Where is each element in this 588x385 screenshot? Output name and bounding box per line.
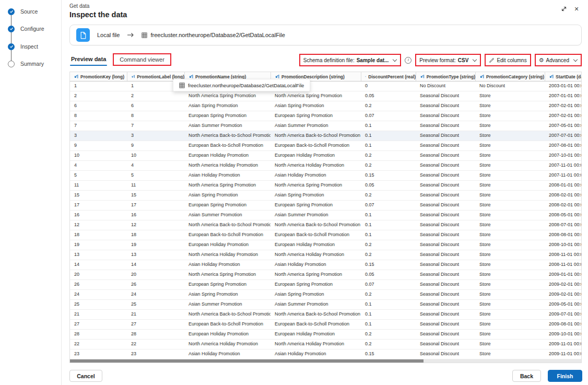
- table-cell: Store: [475, 101, 545, 111]
- stepper-connector-line: [11, 11, 11, 64]
- table-cell: Seasonal Discount: [416, 181, 475, 190]
- table-row[interactable]: 44North America Holiday PromotionNorth A…: [70, 161, 582, 171]
- table-row[interactable]: 1515Asian Spring PromotionAsian Spring P…: [70, 191, 582, 201]
- table-row[interactable]: 1919European Holiday PromotionEuropean H…: [70, 240, 582, 250]
- column-header[interactable]: DiscountPercent (real): [361, 72, 416, 81]
- column-header[interactable]: StartDate (datetime): [545, 72, 582, 81]
- table-cell: European Back-to-Scholl Promotion: [271, 320, 361, 329]
- table-cell: 27: [70, 320, 127, 329]
- table-cell: 2007-10-01 00:00:00: [545, 151, 582, 160]
- table-row[interactable]: 55Asian Holiday PromotionAsian Holiday P…: [70, 171, 582, 181]
- table-cell: European Back-to-Scholl Promotion: [184, 141, 271, 150]
- column-header-label: PromotionLabel (long): [137, 74, 184, 79]
- table-cell: Seasonal Discount: [416, 310, 475, 319]
- table-cell: Seasonal Discount: [416, 151, 475, 160]
- table-cell: North America Holiday Promotion: [184, 340, 271, 349]
- preview-format-dropdown[interactable]: Preview format: CSV: [415, 54, 481, 66]
- table-row[interactable]: 2222North America Holiday PromotionNorth…: [70, 340, 582, 349]
- table-row[interactable]: 77Asian Summer PromotionAsian Summer Pro…: [70, 121, 582, 131]
- cancel-button[interactable]: Cancel: [69, 370, 102, 382]
- tab-preview-data[interactable]: Preview data: [69, 54, 108, 67]
- table-row[interactable]: 1616Asian Summer PromotionAsian Summer P…: [70, 211, 582, 220]
- table-row[interactable]: 1010European Holiday PromotionEuropean H…: [70, 151, 582, 161]
- table-row[interactable]: 2323Asian Holiday PromotionAsian Holiday…: [70, 349, 582, 359]
- table-cell: 10: [70, 151, 127, 160]
- table-icon: [142, 32, 147, 38]
- table-cell: European Back-to-Scholl Promotion: [271, 230, 361, 240]
- table-cell: North America Back-to-School Promotion: [184, 310, 271, 319]
- table-cell: 6: [127, 101, 184, 111]
- info-icon[interactable]: i: [405, 57, 411, 64]
- table-cell: 25: [127, 300, 184, 309]
- gear-icon: ⚙: [539, 57, 544, 63]
- table-cell: North America Back-to-School Promotion: [271, 310, 361, 319]
- table-row[interactable]: 33North America Back-to-School Promotion…: [70, 131, 582, 141]
- table-cell: 4: [70, 161, 127, 170]
- schema-definition-dropdown[interactable]: Schema definition file: Sample dat...: [299, 54, 402, 66]
- table-cell: European Holiday Promotion: [184, 240, 271, 250]
- table-cell: 10: [127, 151, 184, 160]
- table-row[interactable]: 1212North America Back-to-School Promoti…: [70, 220, 582, 230]
- table-cell: European Holiday Promotion: [184, 330, 271, 339]
- stepper-item-summary[interactable]: Summary: [8, 60, 44, 67]
- tab-bar: Preview data Command viewer: [69, 54, 171, 67]
- table-cell: 2008-02-01 00:00:00: [545, 201, 582, 210]
- column-header[interactable]: PromotionKey (long): [70, 72, 127, 81]
- table-row[interactable]: 1717European Spring PromotionEuropean Sp…: [70, 201, 582, 211]
- table-row[interactable]: 66Asian Spring PromotionAsian Spring Pro…: [70, 101, 582, 111]
- tab-command-viewer[interactable]: Command viewer: [113, 53, 171, 66]
- chevron-down-icon: [573, 57, 578, 61]
- table-cell: 2008-07-01 00:00:00: [545, 220, 582, 230]
- column-header-label: PromotionKey (long): [80, 74, 124, 79]
- table-row[interactable]: 22North America Spring PromotionNorth Am…: [70, 91, 582, 101]
- close-icon[interactable]: ✕: [572, 5, 581, 13]
- table-row[interactable]: 110No DiscountNo Discount2003-01-01 00:0…: [70, 81, 582, 91]
- stepper-item-configure[interactable]: Configure: [8, 25, 44, 32]
- expand-icon[interactable]: [560, 5, 568, 13]
- column-header[interactable]: PromotionCategory (string): [475, 72, 545, 81]
- table-row[interactable]: 1818European Back-to-Scholl PromotionEur…: [70, 230, 582, 240]
- table-cell: 15: [70, 191, 127, 200]
- table-cell: Seasonal Discount: [416, 250, 475, 260]
- table-cell: North America Spring Promotion: [271, 91, 361, 101]
- table-row[interactable]: 2424Asian Spring PromotionAsian Spring P…: [70, 290, 582, 300]
- stepper-item-inspect[interactable]: Inspect: [8, 43, 38, 50]
- table-cell: European Holiday Promotion: [271, 330, 361, 339]
- table-cell: 0.1: [361, 121, 416, 131]
- table-row[interactable]: 1111North America Spring PromotionNorth …: [70, 181, 582, 191]
- column-header[interactable]: PromotionType (string): [416, 72, 475, 81]
- table-row[interactable]: 2727European Back-to-Scholl PromotionEur…: [70, 320, 582, 330]
- table-cell: North America Back-to-School Promotion: [271, 220, 361, 230]
- table-cell: 7: [70, 121, 127, 131]
- table-row[interactable]: 2525Asian Summer PromotionAsian Summer P…: [70, 300, 582, 310]
- table-row[interactable]: 2828European Holiday PromotionEuropean H…: [70, 330, 582, 340]
- table-row[interactable]: 99European Back-to-Scholl PromotionEurop…: [70, 141, 582, 151]
- table-cell: 0.1: [361, 141, 416, 150]
- edit-columns-button[interactable]: Edit columns: [485, 54, 531, 66]
- table-cell: North America Back-to-School Promotion: [184, 220, 271, 230]
- back-button[interactable]: Back: [512, 370, 541, 382]
- table-row[interactable]: 1414Asian Holiday PromotionAsian Holiday…: [70, 260, 582, 270]
- finish-button[interactable]: Finish: [548, 370, 582, 382]
- stepper-item-source[interactable]: Source: [8, 8, 38, 15]
- table-cell: 2007-05-01 00:00:00: [545, 121, 582, 131]
- table-row[interactable]: 1313North America Holiday PromotionNorth…: [70, 250, 582, 260]
- table-cell: 2008-10-01 00:00:00: [545, 240, 582, 250]
- table-cell: 0.1: [361, 220, 416, 230]
- table-row[interactable]: 2626European Spring PromotionEuropean Sp…: [70, 280, 582, 290]
- table-cell: 13: [70, 250, 127, 260]
- table-cell: 0.2: [361, 151, 416, 160]
- scrollbar-thumb[interactable]: [70, 359, 424, 363]
- chevron-down-icon: [473, 57, 477, 61]
- table-cell: North America Back-to-School Promotion: [271, 131, 361, 141]
- table-row[interactable]: 88European Spring PromotionEuropean Spri…: [70, 111, 582, 121]
- table-row[interactable]: 2020North America Spring PromotionNorth …: [70, 270, 582, 280]
- advanced-dropdown[interactable]: ⚙ Advanced: [535, 54, 582, 66]
- table-cell: 2007-02-01 00:00:00: [545, 111, 582, 121]
- table-cell: 3: [127, 131, 184, 141]
- table-cell: Seasonal Discount: [416, 230, 475, 240]
- table-cell: 0.1: [361, 211, 416, 220]
- table-row[interactable]: 2121North America Back-to-School Promoti…: [70, 310, 582, 320]
- horizontal-scrollbar[interactable]: [70, 359, 581, 363]
- table-cell: 26: [127, 280, 184, 289]
